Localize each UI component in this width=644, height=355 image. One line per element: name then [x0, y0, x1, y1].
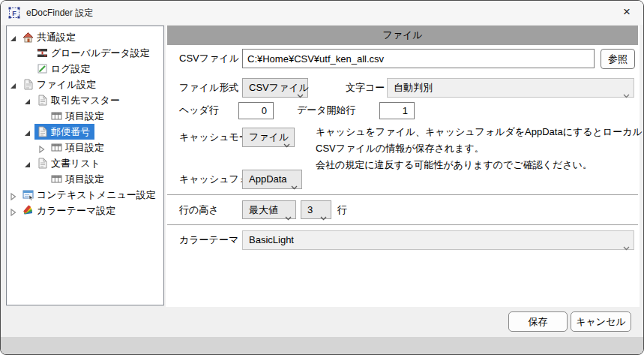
document-icon	[36, 94, 49, 107]
note-line: 会社の規定に違反する可能性がありますのでご確認ください。	[316, 157, 644, 173]
row-height-count-select[interactable]: 3	[301, 200, 331, 219]
tree-item-label: コンテキストメニュー設定	[37, 187, 156, 203]
chevron-down-icon	[291, 178, 298, 196]
chevron-down-icon	[283, 136, 290, 154]
row-height-mode-value: 最大値	[249, 204, 278, 215]
tree-item-file-settings[interactable]: ファイル設定	[7, 77, 163, 92]
window-title: eDocFinder 設定	[26, 1, 93, 25]
header-row-label: ヘッダ行	[179, 101, 219, 119]
tree-item-label: 文書リスト	[51, 155, 100, 171]
tree-item-log-settings[interactable]: ログ設定	[7, 61, 163, 77]
expand-arrow-icon[interactable]	[9, 80, 18, 89]
tree-item-field-settings[interactable]: 項目設定	[7, 171, 163, 187]
csv-file-input[interactable]	[242, 49, 595, 68]
browse-button[interactable]: 参照	[601, 49, 635, 69]
table-icon	[50, 110, 63, 122]
tree-item-label: 項目設定	[65, 108, 104, 124]
app-icon: F	[8, 7, 20, 19]
tree-item-document-list[interactable]: 文書リスト	[7, 155, 163, 171]
color-theme-label: カラーテーマ	[179, 230, 238, 250]
save-button[interactable]: 保存	[508, 311, 568, 332]
tree-item-label: グローバルデータ設定	[51, 45, 150, 61]
chevron-down-icon	[623, 86, 630, 104]
data-start-row-label: データ開始行	[297, 101, 356, 119]
settings-window: F eDocFinder 設定 × 共通設定 グローバルデータ設定 ログ設定 フ…	[0, 0, 644, 355]
header-row-input[interactable]	[238, 102, 274, 119]
note-line: キャッシュをファイル、キャッシュフォルダをAppDataにするとローカルドライブ…	[316, 124, 644, 140]
document-icon	[36, 125, 49, 138]
document-icon	[36, 157, 49, 170]
close-icon[interactable]: ×	[610, 1, 643, 25]
file-format-label: ファイル形式	[179, 78, 238, 98]
tree-item-postal-code[interactable]: 郵便番号	[7, 124, 163, 140]
cache-folder-value: AppData	[249, 173, 287, 185]
window-bottom-strip	[1, 337, 643, 355]
table-icon	[50, 173, 63, 185]
tree-item-color-theme-settings[interactable]: カラーテーマ設定	[7, 203, 163, 218]
color-theme-select[interactable]: BasicLight	[242, 230, 634, 250]
cache-mode-select[interactable]: ファイル	[242, 128, 295, 147]
chevron-down-icon	[623, 239, 630, 257]
tree-item-common-settings[interactable]: 共通設定	[7, 29, 163, 45]
expand-arrow-icon[interactable]	[23, 159, 32, 168]
expand-arrow-icon[interactable]	[23, 128, 32, 137]
tree-item-global-data-settings[interactable]: グローバルデータ設定	[7, 45, 163, 61]
separator	[167, 194, 638, 195]
table-icon	[50, 141, 63, 154]
expand-arrow-icon[interactable]	[23, 96, 32, 105]
settings-tree: 共通設定 グローバルデータ設定 ログ設定 ファイル設定 取引先マスター 項目設定	[6, 26, 164, 305]
collapse-arrow-icon[interactable]	[9, 206, 18, 215]
global-data-icon	[36, 47, 49, 59]
color-theme-icon	[22, 204, 34, 217]
char-code-value: 自動判別	[394, 82, 433, 93]
cancel-button[interactable]: キャンセル	[571, 311, 631, 332]
panel-header: ファイル	[167, 26, 638, 45]
tree-item-field-settings[interactable]: 項目設定	[7, 140, 163, 155]
row-height-label: 行の高さ	[179, 200, 219, 220]
tree-item-label: カラーテーマ設定	[37, 203, 115, 218]
tree-item-client-master[interactable]: 取引先マスター	[7, 92, 163, 108]
tree-item-context-menu-settings[interactable]: コンテキストメニュー設定	[7, 187, 163, 203]
row-height-unit-label: 行	[337, 200, 347, 220]
expand-arrow-icon[interactable]	[9, 33, 18, 42]
row-height-count-value: 3	[307, 204, 313, 215]
tree-item-label: 共通設定	[37, 29, 76, 45]
cache-mode-note: キャッシュをファイル、キャッシュフォルダをAppDataにするとローカルドライブ…	[316, 124, 644, 173]
context-menu-icon	[22, 188, 34, 201]
csv-file-label: CSVファイル	[179, 49, 239, 68]
collapse-arrow-icon[interactable]	[37, 143, 46, 152]
tree-item-field-settings[interactable]: 項目設定	[7, 108, 163, 124]
document-icon	[22, 78, 34, 91]
char-code-select[interactable]: 自動判別	[387, 78, 634, 98]
row-height-mode-select[interactable]: 最大値	[242, 200, 296, 219]
title-bar: F eDocFinder 設定 ×	[1, 1, 643, 25]
home-icon	[22, 31, 34, 44]
file-format-select[interactable]: CSVファイル	[242, 78, 308, 98]
log-icon	[36, 62, 49, 75]
tree-item-label: 取引先マスター	[51, 92, 120, 108]
tree-item-label: 郵便番号	[51, 124, 90, 140]
color-theme-value: BasicLight	[249, 234, 294, 245]
tree-item-label: ログ設定	[51, 61, 91, 77]
cache-folder-select[interactable]: AppData	[242, 170, 302, 189]
collapse-arrow-icon[interactable]	[9, 191, 18, 200]
note-line: CSVファイルの情報が保存されます。	[316, 140, 644, 157]
svg-text:F: F	[12, 10, 16, 17]
tree-item-label: 項目設定	[65, 171, 104, 187]
data-start-row-input[interactable]	[379, 102, 415, 119]
tree-item-label: 項目設定	[65, 140, 104, 155]
separator	[167, 224, 638, 225]
tree-item-label: ファイル設定	[37, 77, 96, 92]
